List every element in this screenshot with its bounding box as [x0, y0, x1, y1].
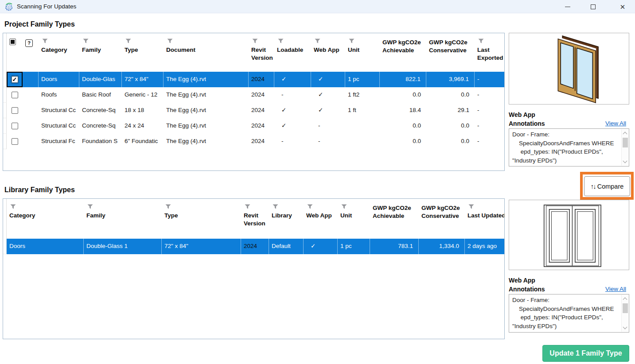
filter-icon[interactable] — [478, 39, 484, 44]
annotations-scrollbar-top[interactable] — [621, 129, 628, 166]
filter-icon[interactable] — [125, 39, 131, 44]
grid-cell[interactable]: 2 days ago — [465, 239, 505, 254]
column-header[interactable]: Family — [79, 33, 122, 72]
annotations-scrollbar-bottom[interactable] — [621, 295, 628, 332]
grid-cell[interactable]: Structural Fc — [39, 134, 79, 149]
row-checkbox[interactable] — [12, 123, 18, 129]
column-header[interactable]: Revit Version — [241, 199, 269, 239]
library-family-types-grid[interactable]: CategoryFamilyTypeRevit VersionLibraryWe… — [3, 198, 505, 339]
grid-cell[interactable]: Doors — [7, 239, 84, 254]
grid-cell[interactable]: The Egg (4).rvt — [164, 87, 249, 103]
grid-cell[interactable]: 0.0 — [426, 118, 475, 134]
update-family-type-button[interactable]: Update 1 Family Type — [542, 345, 629, 362]
grid-cell[interactable]: The Egg (4).rvt — [164, 72, 249, 87]
scroll-down-icon[interactable] — [623, 159, 627, 163]
grid-cell[interactable]: Double-Glass 1 — [84, 239, 162, 254]
filter-icon[interactable] — [42, 39, 48, 44]
column-header[interactable]: Last Exported — [475, 33, 505, 72]
grid-cell[interactable]: 1,334.0 — [419, 239, 465, 254]
grid-cell[interactable]: 3,969.1 — [426, 72, 475, 87]
grid-cell[interactable]: 72" x 84" — [122, 72, 164, 87]
minimize-button[interactable] — [557, 0, 578, 13]
column-header[interactable]: Type — [122, 33, 164, 72]
scroll-down-icon[interactable] — [623, 325, 627, 329]
grid-cell[interactable]: 2024 — [249, 118, 274, 134]
grid-cell[interactable]: 1 pc — [345, 72, 380, 87]
grid-cell[interactable]: Concrete-Sq — [79, 118, 122, 134]
grid-cell[interactable]: - — [475, 118, 505, 134]
grid-cell[interactable]: Generic - 12 — [122, 87, 164, 103]
grid-cell[interactable]: ✓ — [311, 87, 345, 103]
grid-cell[interactable] — [345, 134, 380, 149]
grid-cell[interactable]: ✓ — [274, 103, 311, 118]
grid-cell[interactable]: ✓ — [311, 103, 345, 118]
column-header[interactable]: Revit Version — [249, 33, 274, 72]
grid-cell[interactable]: ✓ — [274, 118, 311, 134]
grid-cell[interactable]: 1 pc — [338, 239, 370, 254]
column-header[interactable]: Library — [269, 199, 304, 239]
row-checkbox[interactable] — [12, 107, 18, 114]
column-header[interactable]: GWP kgCO2e Conservative — [419, 199, 465, 239]
filter-icon[interactable] — [341, 204, 347, 209]
grid-cell[interactable]: Basic Roof — [79, 87, 122, 103]
grid-cell[interactable]: Foundation S — [79, 134, 122, 149]
column-header[interactable]: Unit — [345, 33, 380, 72]
grid-cell[interactable]: 6" Foundatic — [122, 134, 164, 149]
grid-cell[interactable]: 2024 — [241, 239, 269, 254]
grid-cell[interactable]: 2024 — [249, 103, 274, 118]
grid-cell[interactable]: 0.0 — [426, 134, 475, 149]
scrollbar-thumb[interactable] — [623, 138, 628, 147]
grid-cell[interactable]: Concrete-Sq — [79, 103, 122, 118]
grid-cell[interactable]: 18 x 18 — [122, 103, 164, 118]
filter-icon[interactable] — [245, 204, 250, 209]
grid-cell[interactable]: 0.0 — [380, 87, 426, 103]
grid-cell[interactable]: The Egg (4).rvt — [164, 134, 249, 149]
help-icon[interactable]: ? — [25, 39, 33, 47]
column-header[interactable]: Document — [164, 33, 249, 72]
column-header[interactable]: Last Updated — [465, 199, 505, 239]
grid-cell[interactable]: 2024 — [249, 87, 274, 103]
grid-cell[interactable]: 0.0 — [380, 118, 426, 134]
grid-cell[interactable]: - — [274, 87, 311, 103]
row-checkbox[interactable] — [12, 138, 18, 145]
grid-cell[interactable]: ✓ — [311, 72, 345, 87]
filter-icon[interactable] — [87, 204, 93, 209]
column-header[interactable]: Web App — [304, 199, 338, 239]
row-checkbox[interactable] — [12, 76, 18, 83]
filter-icon[interactable] — [165, 204, 171, 209]
table-row[interactable]: RoofsBasic RoofGeneric - 12The Egg (4).r… — [3, 87, 504, 103]
filter-icon[interactable] — [83, 39, 89, 44]
filter-icon[interactable] — [10, 204, 16, 209]
grid-cell[interactable]: Doors — [39, 72, 79, 87]
filter-icon[interactable] — [252, 39, 258, 44]
grid-cell[interactable]: Structural Cc — [39, 103, 79, 118]
table-row[interactable]: DoorsDouble-Glas72" x 84"The Egg (4).rvt… — [3, 72, 504, 87]
grid-cell[interactable]: - — [274, 134, 311, 149]
row-checkbox[interactable] — [12, 92, 18, 98]
grid-cell[interactable]: - — [475, 103, 505, 118]
column-header[interactable]: Category — [7, 199, 84, 239]
filter-icon[interactable] — [278, 39, 284, 44]
column-header[interactable]: Loadable — [274, 33, 311, 72]
grid-cell[interactable]: Structural Cc — [39, 118, 79, 134]
column-header[interactable]: GWP kgCO2e Achievable — [380, 33, 426, 72]
table-row[interactable]: DoorsDouble-Glass 172" x 84"2024Default✓… — [3, 239, 504, 254]
grid-cell[interactable] — [345, 118, 380, 134]
column-header[interactable]: ? — [23, 33, 39, 72]
maximize-button[interactable] — [583, 0, 603, 13]
grid-cell[interactable]: - — [311, 134, 345, 149]
table-row[interactable]: Structural CcConcrete-Sq18 x 18The Egg (… — [3, 103, 504, 118]
row-select-cell[interactable] — [7, 103, 23, 118]
filter-icon[interactable] — [468, 204, 474, 209]
column-header[interactable]: Category — [39, 33, 79, 72]
view-all-link-top[interactable]: View All — [605, 120, 630, 127]
row-select-cell[interactable] — [7, 87, 23, 103]
grid-cell[interactable]: - — [475, 134, 505, 149]
column-header[interactable]: Family — [84, 199, 162, 239]
grid-cell[interactable]: - — [475, 87, 505, 103]
scrollbar-thumb[interactable] — [623, 303, 628, 313]
grid-cell[interactable]: - — [475, 72, 505, 87]
grid-cell[interactable]: The Egg (4).rvt — [164, 118, 249, 134]
grid-cell[interactable]: The Egg (4).rvt — [164, 103, 249, 118]
table-row[interactable]: Structural CcConcrete-Sq24 x 24The Egg (… — [3, 118, 504, 134]
